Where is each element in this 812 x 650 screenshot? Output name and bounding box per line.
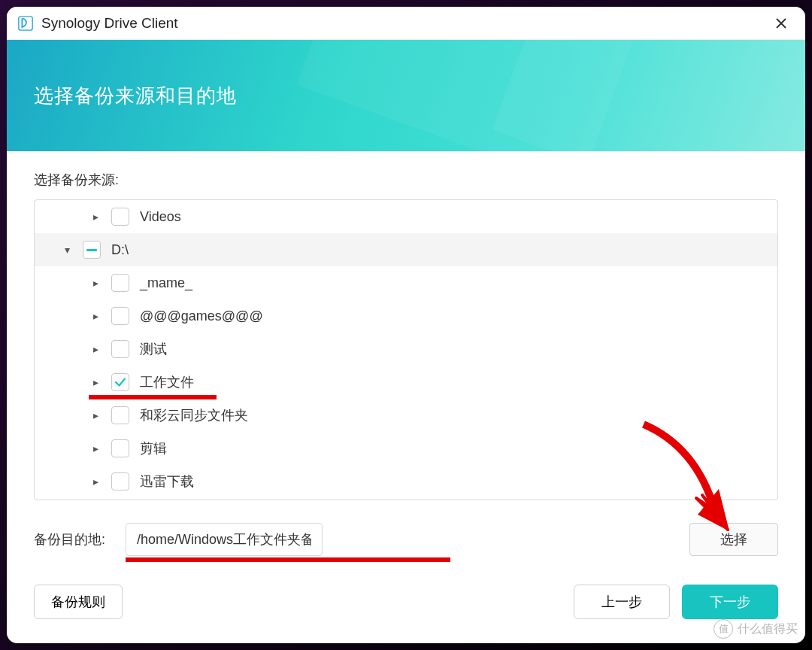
checkbox[interactable] xyxy=(111,307,129,325)
banner: 选择备份来源和目的地 xyxy=(7,40,805,151)
chevron-down-icon[interactable]: ▾ xyxy=(65,244,75,256)
tree-item-label: 剪辑 xyxy=(140,439,167,457)
page-title: 选择备份来源和目的地 xyxy=(34,83,237,109)
app-title: Synology Drive Client xyxy=(41,15,178,32)
tree-row[interactable]: ▸Videos xyxy=(35,200,777,233)
checkbox[interactable] xyxy=(111,208,129,226)
source-tree-scroll[interactable]: ▸Videos▾D:\▸_mame_▸@@@games@@@▸测试▸工作文件▸和… xyxy=(35,200,777,500)
destination-input[interactable] xyxy=(126,523,323,556)
chevron-right-icon[interactable]: ▸ xyxy=(93,442,104,454)
checkbox[interactable] xyxy=(111,439,129,457)
checkbox[interactable] xyxy=(111,406,129,424)
select-destination-button[interactable]: 选择 xyxy=(689,523,778,556)
chevron-right-icon[interactable]: ▸ xyxy=(93,475,104,487)
chevron-right-icon[interactable]: ▸ xyxy=(93,343,104,355)
tree-row[interactable]: ▸@@@games@@@ xyxy=(35,299,777,333)
watermark-text: 什么值得买 xyxy=(738,621,798,637)
chevron-right-icon[interactable]: ▸ xyxy=(93,277,104,289)
checkbox[interactable] xyxy=(83,241,101,259)
annotation-underline-destination xyxy=(126,557,450,562)
annotation-underline-source xyxy=(89,395,217,399)
chevron-right-icon[interactable]: ▸ xyxy=(93,376,104,388)
tree-item-label: 工作文件 xyxy=(140,373,194,391)
source-tree: ▸Videos▾D:\▸_mame_▸@@@games@@@▸测试▸工作文件▸和… xyxy=(34,199,778,500)
tree-row[interactable]: ▸和彩云同步文件夹 xyxy=(35,399,777,432)
chevron-right-icon[interactable]: ▸ xyxy=(93,211,104,223)
tree-item-label: @@@games@@@ xyxy=(140,308,263,324)
tree-item-label: 迅雷下载 xyxy=(140,472,194,491)
tree-row[interactable]: ▾D:\ xyxy=(35,233,777,266)
footer: 备份规则 上一步 下一步 xyxy=(7,556,805,619)
backup-rules-button[interactable]: 备份规则 xyxy=(34,585,123,619)
tree-row[interactable]: ▸测试 xyxy=(35,333,777,366)
tree-row[interactable]: ▸_mame_ xyxy=(35,266,777,299)
chevron-right-icon[interactable]: ▸ xyxy=(93,409,104,421)
body-area: 选择备份来源: ▸Videos▾D:\▸_mame_▸@@@games@@@▸测… xyxy=(7,151,805,556)
checkbox[interactable] xyxy=(111,340,129,358)
chevron-right-icon[interactable]: ▸ xyxy=(93,310,104,322)
destination-label: 备份目的地: xyxy=(34,530,115,548)
tree-item-label: 测试 xyxy=(140,340,167,358)
checkbox[interactable] xyxy=(111,472,129,491)
checkbox[interactable] xyxy=(111,274,129,292)
app-window: Synology Drive Client 选择备份来源和目的地 选择备份来源:… xyxy=(7,7,805,643)
watermark-icon: 值 xyxy=(714,619,733,639)
destination-row: 备份目的地: 选择 xyxy=(34,523,778,556)
previous-button[interactable]: 上一步 xyxy=(574,585,670,619)
tree-item-label: Videos xyxy=(140,209,181,225)
tree-item-label: 和彩云同步文件夹 xyxy=(140,406,248,424)
checkbox[interactable] xyxy=(111,373,129,391)
app-icon xyxy=(17,15,34,32)
tree-row[interactable]: ▸剪辑 xyxy=(35,432,777,465)
watermark: 值 什么值得买 xyxy=(714,619,798,639)
tree-row[interactable]: ▸工作文件 xyxy=(35,366,777,399)
tree-item-label: D:\ xyxy=(111,242,129,258)
tree-row[interactable]: ▸迅雷下载 xyxy=(35,465,777,498)
tree-item-label: _mame_ xyxy=(140,275,192,291)
next-button[interactable]: 下一步 xyxy=(682,585,778,619)
